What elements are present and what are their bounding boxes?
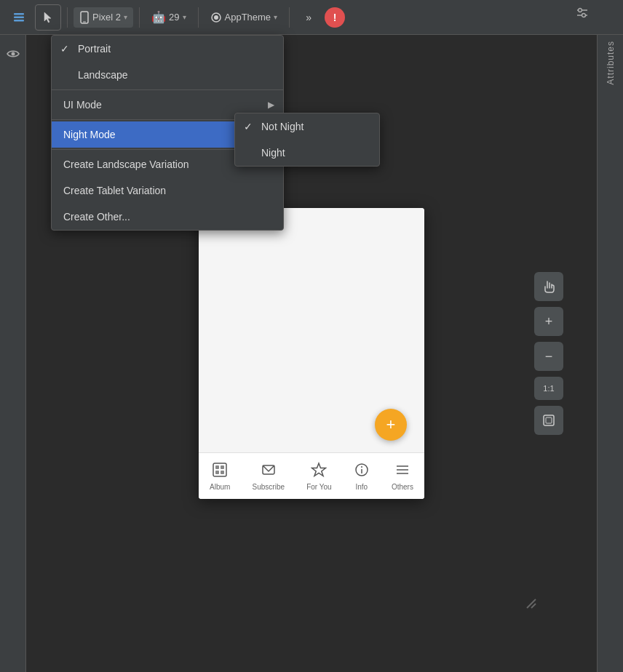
theme-chevron: ▾: [274, 13, 277, 21]
theme-dropdown[interactable]: AppTheme ▾: [205, 7, 284, 28]
sep4: [289, 7, 290, 28]
svg-point-10: [582, 14, 586, 17]
svg-rect-14: [221, 465, 224, 469]
svg-point-11: [11, 52, 15, 56]
attributes-label: Attributes: [606, 41, 616, 85]
svg-rect-0: [14, 13, 24, 15]
more-button[interactable]: »: [295, 4, 322, 31]
landscape-label: Landscape: [78, 69, 128, 81]
sep3: [198, 7, 199, 28]
svg-rect-28: [546, 417, 552, 423]
api-label: 29: [169, 12, 179, 23]
api-chevron: ▾: [183, 13, 186, 21]
sep2: [139, 7, 140, 28]
error-badge[interactable]: !: [325, 7, 345, 28]
svg-rect-4: [83, 21, 86, 22]
selection-button[interactable]: [35, 4, 61, 31]
resize-handle[interactable]: [524, 596, 539, 614]
svg-rect-27: [544, 415, 554, 425]
submenu-not-night[interactable]: ✓ Not Night: [235, 113, 379, 140]
menu-landscape[interactable]: Landscape: [52, 62, 283, 88]
device-label: Pixel 2: [92, 12, 121, 23]
subscribe-icon: [261, 462, 277, 481]
svg-rect-16: [221, 471, 224, 474]
svg-marker-18: [312, 463, 326, 476]
night-mode-submenu: ✓ Not Night Night: [234, 113, 380, 167]
info-icon: [354, 462, 370, 481]
ui-mode-arrow: ▶: [268, 100, 274, 110]
menu-portrait[interactable]: ✓ Portrait: [52, 36, 283, 62]
fab-icon: +: [386, 415, 396, 434]
device-chevron: ▾: [124, 13, 127, 21]
nav-info[interactable]: Info: [354, 462, 370, 491]
for-you-icon: [311, 462, 327, 481]
phone-content: Album Subscribe: [199, 208, 424, 499]
phone-preview: Album Subscribe: [199, 208, 424, 499]
svg-rect-1: [14, 16, 24, 18]
theme-label: AppTheme: [225, 12, 271, 23]
aspect-button[interactable]: [534, 406, 563, 435]
nav-others[interactable]: Others: [392, 462, 413, 491]
create-tablet-label: Create Tablet Variation: [63, 185, 166, 196]
api-dropdown[interactable]: 🤖 29 ▾: [146, 7, 191, 28]
create-other-label: Create Other...: [63, 211, 130, 223]
bottom-nav-bar: Album Subscribe: [199, 452, 424, 499]
main-toolbar: Pixel 2 ▾ 🤖 29 ▾ AppTheme ▾ » !: [0, 0, 623, 35]
minus-icon: −: [545, 349, 553, 364]
sep1: [67, 7, 68, 28]
svg-rect-2: [14, 20, 24, 22]
more-icon: »: [306, 12, 312, 23]
nav-for-you[interactable]: For You: [306, 462, 331, 491]
svg-rect-15: [215, 471, 219, 474]
ui-mode-label: UI Mode: [63, 99, 102, 111]
zoom-in-button[interactable]: +: [534, 307, 563, 336]
info-label: Info: [355, 483, 368, 491]
zoom-ratio[interactable]: 1:1: [534, 377, 563, 400]
error-icon: !: [333, 12, 337, 23]
hand-tool-button[interactable]: [534, 272, 563, 301]
night-mode-label: Night Mode: [63, 129, 116, 140]
svg-rect-13: [215, 465, 219, 469]
others-icon: [394, 462, 410, 481]
device-dropdown[interactable]: Pixel 2 ▾: [74, 7, 133, 28]
not-night-label: Not Night: [261, 121, 303, 132]
svg-point-8: [579, 9, 582, 12]
svg-point-21: [361, 466, 362, 468]
portrait-check: ✓: [60, 43, 69, 55]
create-landscape-label: Create Landscape Variation: [63, 159, 189, 170]
left-panel: [0, 35, 26, 672]
plus-icon: +: [545, 314, 553, 329]
eye-button[interactable]: [0, 41, 26, 67]
menu-sep1: [52, 89, 283, 90]
zoom-out-button[interactable]: −: [534, 342, 563, 371]
night-label: Night: [261, 147, 285, 159]
attributes-panel: ? Attributes: [597, 0, 623, 672]
fab-button[interactable]: +: [375, 409, 407, 441]
portrait-label: Portrait: [78, 43, 111, 55]
layers-button[interactable]: [6, 4, 32, 31]
others-label: Others: [392, 483, 413, 491]
right-tools: + − 1:1: [534, 272, 563, 435]
nav-album[interactable]: Album: [210, 462, 230, 491]
submenu-night[interactable]: Night: [235, 140, 379, 166]
nav-subscribe[interactable]: Subscribe: [253, 462, 285, 491]
svg-line-25: [527, 599, 536, 608]
album-label: Album: [210, 483, 230, 491]
svg-rect-12: [213, 463, 226, 476]
not-night-check: ✓: [244, 121, 253, 132]
menu-create-tablet[interactable]: Create Tablet Variation: [52, 177, 283, 204]
album-icon: [212, 462, 228, 481]
settings-icon[interactable]: [575, 6, 590, 20]
svg-line-26: [531, 604, 536, 608]
menu-create-other[interactable]: Create Other...: [52, 204, 283, 230]
for-you-label: For You: [306, 483, 331, 491]
svg-point-6: [214, 15, 218, 20]
subscribe-label: Subscribe: [253, 483, 285, 491]
